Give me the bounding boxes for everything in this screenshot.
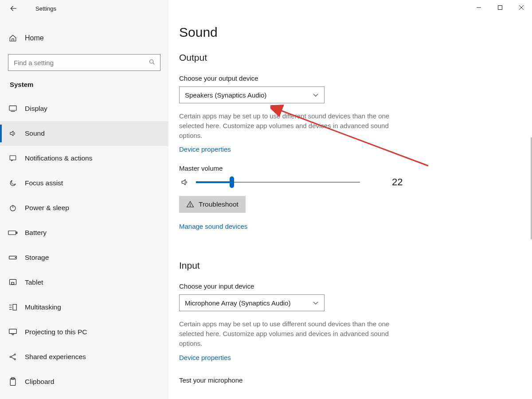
window-controls (468, 0, 532, 15)
sidebar-item-label: Notifications & actions (25, 154, 93, 162)
speaker-icon[interactable] (179, 178, 191, 187)
volume-slider[interactable] (196, 177, 360, 188)
chevron-down-icon (313, 91, 319, 99)
manage-sound-devices-link[interactable]: Manage sound devices (179, 223, 247, 230)
svg-rect-18 (9, 329, 17, 333)
sidebar-item-battery[interactable]: Battery (0, 220, 168, 245)
main-panel: Sound Output Choose your output device S… (168, 0, 532, 399)
sidebar-item-label: Clipboard (25, 378, 54, 386)
sidebar-item-display[interactable]: Display (0, 96, 168, 121)
display-icon (8, 105, 18, 112)
tablet-icon (8, 278, 18, 286)
power-icon (8, 204, 18, 212)
svg-rect-8 (8, 231, 16, 235)
sidebar-home[interactable]: Home (0, 27, 168, 50)
volume-value: 22 (392, 176, 403, 188)
svg-line-2 (153, 63, 155, 64)
battery-icon (8, 230, 18, 236)
svg-point-11 (15, 257, 16, 258)
sidebar-item-label: Shared experiences (25, 353, 86, 361)
svg-rect-13 (12, 282, 14, 284)
sidebar-item-notifications[interactable]: Notifications & actions (0, 146, 168, 171)
master-volume-label: Master volume (179, 164, 523, 172)
sidebar-item-label: Power & sleep (25, 204, 69, 212)
page-title: Sound (179, 25, 523, 40)
back-arrow-icon[interactable] (9, 4, 19, 13)
svg-line-22 (11, 355, 14, 357)
sidebar-item-tablet[interactable]: Tablet (0, 270, 168, 295)
svg-point-1 (150, 59, 153, 63)
section-output-heading: Output (179, 52, 523, 63)
svg-point-21 (14, 359, 16, 360)
sidebar-section-title: System (0, 81, 168, 88)
output-device-dropdown[interactable]: Speakers (Synaptics Audio) (179, 86, 325, 103)
svg-rect-12 (10, 279, 16, 285)
section-input-heading: Input (179, 260, 523, 271)
home-icon (8, 34, 18, 42)
input-device-properties-link[interactable]: Device properties (179, 354, 231, 361)
moon-icon (8, 179, 18, 187)
input-device-selected: Microphone Array (Synaptics Audio) (185, 299, 290, 307)
content-scroll: Sound Output Choose your output device S… (168, 0, 532, 399)
sidebar-item-label: Multitasking (25, 303, 61, 311)
sidebar-item-label: Storage (25, 254, 49, 262)
warning-icon (186, 200, 194, 208)
output-device-properties-link[interactable]: Device properties (179, 145, 231, 153)
sidebar-item-projecting[interactable]: Projecting to this PC (0, 320, 168, 344)
svg-point-20 (14, 354, 16, 355)
svg-point-31 (190, 206, 190, 206)
sidebar-item-label: Focus assist (25, 179, 63, 187)
clipboard-icon (8, 377, 18, 386)
sidebar-item-label: Sound (25, 129, 45, 137)
search-icon (149, 59, 156, 67)
maximize-button[interactable] (489, 0, 511, 15)
sidebar-item-shared-experiences[interactable]: Shared experiences (0, 344, 168, 369)
minimize-button[interactable] (468, 0, 489, 15)
search-wrap (8, 54, 160, 71)
svg-point-19 (10, 356, 11, 358)
notifications-icon (8, 154, 18, 162)
search-input[interactable] (8, 54, 160, 71)
chevron-down-icon (313, 299, 319, 307)
home-label: Home (25, 34, 44, 42)
storage-icon (8, 254, 18, 261)
input-help-text: Certain apps may be set up to use differ… (179, 319, 410, 348)
sidebar-header: Settings (0, 0, 168, 17)
output-choose-label: Choose your output device (179, 74, 523, 82)
master-volume-row: 22 (179, 176, 523, 188)
settings-sidebar: Settings Home System (0, 0, 168, 399)
multitasking-icon (8, 303, 18, 311)
sidebar-item-multitasking[interactable]: Multitasking (0, 295, 168, 320)
sidebar-item-label: Battery (25, 229, 47, 237)
svg-line-23 (11, 357, 14, 359)
sidebar-item-label: Display (25, 105, 47, 113)
window-title: Settings (35, 5, 56, 12)
input-choose-label: Choose your input device (179, 282, 523, 290)
sidebar-item-storage[interactable]: Storage (0, 245, 168, 270)
sidebar-item-sound[interactable]: Sound (0, 121, 168, 146)
sidebar-item-clipboard[interactable]: Clipboard (0, 369, 168, 394)
projecting-icon (8, 328, 18, 336)
test-mic-label: Test your microphone (179, 376, 523, 384)
troubleshoot-label: Troubleshoot (199, 200, 239, 208)
share-icon (8, 353, 18, 361)
sidebar-item-label: Tablet (25, 278, 43, 286)
svg-rect-17 (13, 304, 16, 310)
input-device-dropdown[interactable]: Microphone Array (Synaptics Audio) (179, 294, 325, 311)
close-button[interactable] (511, 0, 532, 15)
search-field[interactable] (13, 59, 149, 67)
svg-rect-3 (9, 106, 16, 110)
output-device-selected: Speakers (Synaptics Audio) (185, 91, 266, 99)
svg-rect-5 (10, 156, 16, 160)
svg-rect-27 (498, 6, 502, 10)
troubleshoot-button[interactable]: Troubleshoot (179, 196, 246, 213)
svg-rect-9 (16, 232, 17, 233)
sidebar-item-power-sleep[interactable]: Power & sleep (0, 196, 168, 220)
sidebar-nav: Display Sound Notifications & actions (0, 96, 168, 394)
sound-icon (8, 129, 18, 137)
output-help-text: Certain apps may be set up to use differ… (179, 111, 410, 140)
sidebar-item-label: Projecting to this PC (25, 328, 87, 336)
sidebar-item-focus-assist[interactable]: Focus assist (0, 171, 168, 196)
